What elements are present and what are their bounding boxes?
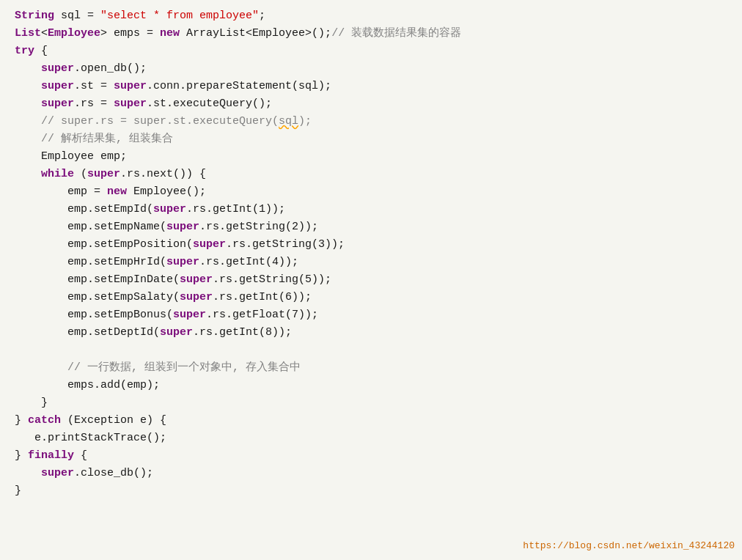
code-line-15: emp.setEmpHrId(super.rs.getInt(4)); <box>15 254 735 271</box>
code-line-28: } <box>15 482 735 500</box>
code-line-3: try { <box>15 43 735 60</box>
code-line-21: // 一行数据, 组装到一个对象中, 存入集合中 <box>15 359 735 377</box>
code-line-23: } <box>15 394 735 412</box>
code-line-5: super.st = super.conn.prepareStatement(s… <box>15 78 735 95</box>
code-line-19: emp.setDeptId(super.rs.getInt(8)); <box>15 324 735 342</box>
code-block: String sql = "select * from employee"; L… <box>0 0 742 560</box>
code-line-24: } catch (Exception e) { <box>15 412 735 430</box>
code-line-12: emp.setEmpId(super.rs.getInt(1)); <box>15 201 735 218</box>
code-line-22: emps.add(emp); <box>15 377 735 394</box>
code-line-10: while (super.rs.next()) { <box>15 166 735 183</box>
code-line-9: Employee emp; <box>15 148 735 166</box>
code-line-2: List<Employee> emps = new ArrayList<Empl… <box>15 25 735 43</box>
code-line-18: emp.setEmpBonus(super.rs.getFloat(7)); <box>15 306 735 324</box>
code-line-20 <box>15 342 735 359</box>
code-line-27: super.close_db(); <box>15 465 735 482</box>
watermark: https://blog.csdn.net/weixin_43244120 <box>523 539 735 554</box>
code-line-14: emp.setEmpPosition(super.rs.getString(3)… <box>15 236 735 254</box>
code-line-13: emp.setEmpName(super.rs.getString(2)); <box>15 218 735 236</box>
code-line-25: e.printStackTrace(); <box>15 430 735 447</box>
code-line-26: } finally { <box>15 447 735 465</box>
code-line-8: // 解析结果集, 组装集合 <box>15 130 735 148</box>
code-line-16: emp.setEmpInDate(super.rs.getString(5)); <box>15 271 735 289</box>
code-line-6: super.rs = super.st.executeQuery(); <box>15 95 735 113</box>
code-line-11: emp = new Employee(); <box>15 183 735 201</box>
code-line-1: String sql = "select * from employee"; <box>15 7 735 25</box>
code-line-4: super.open_db(); <box>15 60 735 78</box>
code-line-7: // super.rs = super.st.executeQuery(sql)… <box>15 113 735 130</box>
code-line-17: emp.setEmpSalaty(super.rs.getInt(6)); <box>15 289 735 306</box>
